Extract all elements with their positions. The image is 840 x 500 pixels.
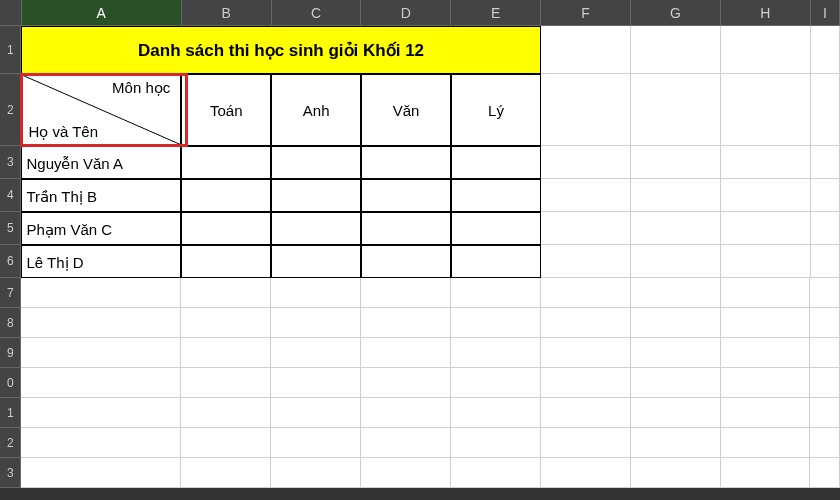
cell-B4[interactable]	[181, 179, 271, 212]
cell-C4[interactable]	[271, 179, 361, 212]
cell-F7[interactable]	[541, 278, 631, 308]
cell-H3[interactable]	[721, 146, 811, 179]
row-header-9[interactable]: 9	[0, 338, 21, 368]
cell-E4[interactable]	[451, 179, 541, 212]
row-header-13[interactable]: 3	[0, 458, 21, 488]
cell-D7[interactable]	[361, 278, 451, 308]
cell-A8[interactable]	[21, 308, 181, 338]
cell-G11[interactable]	[631, 398, 721, 428]
cell-B8[interactable]	[181, 308, 271, 338]
cell-F12[interactable]	[541, 428, 631, 458]
cell-C11[interactable]	[271, 398, 361, 428]
cell-H1[interactable]	[721, 26, 811, 74]
cell-F6[interactable]	[541, 245, 631, 278]
col-header-E[interactable]: E	[451, 0, 541, 26]
cell-H13[interactable]	[721, 458, 811, 488]
cell-I2[interactable]	[811, 74, 840, 146]
cell-E13[interactable]	[451, 458, 541, 488]
col-header-D[interactable]: D	[361, 0, 451, 26]
col-header-H[interactable]: H	[721, 0, 811, 26]
cell-B10[interactable]	[181, 368, 271, 398]
cell-D6[interactable]	[361, 245, 451, 278]
cell-H8[interactable]	[721, 308, 811, 338]
row-header-8[interactable]: 8	[0, 308, 21, 338]
cell-A10[interactable]	[21, 368, 181, 398]
cell-G3[interactable]	[631, 146, 721, 179]
cell-E12[interactable]	[451, 428, 541, 458]
cell-C8[interactable]	[271, 308, 361, 338]
cell-F1[interactable]	[541, 26, 631, 74]
student-name-4[interactable]: Lê Thị D	[21, 245, 181, 278]
cell-I13[interactable]	[810, 458, 839, 488]
cell-I10[interactable]	[810, 368, 839, 398]
cell-F2[interactable]	[541, 74, 631, 146]
cell-A11[interactable]	[21, 398, 181, 428]
cell-I4[interactable]	[811, 179, 840, 212]
cell-E10[interactable]	[451, 368, 541, 398]
cell-I5[interactable]	[811, 212, 840, 245]
cell-G1[interactable]	[631, 26, 721, 74]
cell-E5[interactable]	[451, 212, 541, 245]
diagonal-header-cell[interactable]: Môn học Họ và Tên	[21, 74, 181, 146]
cell-F3[interactable]	[541, 146, 631, 179]
cell-I11[interactable]	[810, 398, 839, 428]
cell-B7[interactable]	[181, 278, 271, 308]
subject-header-1[interactable]: Toán	[181, 74, 271, 146]
row-header-10[interactable]: 0	[0, 368, 21, 398]
cell-E8[interactable]	[451, 308, 541, 338]
cell-I7[interactable]	[810, 278, 839, 308]
cell-E9[interactable]	[451, 338, 541, 368]
subject-header-2[interactable]: Anh	[271, 74, 361, 146]
row-header-1[interactable]: 1	[0, 26, 21, 74]
cell-A7[interactable]	[21, 278, 181, 308]
cell-B5[interactable]	[181, 212, 271, 245]
cell-G9[interactable]	[631, 338, 721, 368]
row-header-2[interactable]: 2	[0, 74, 21, 146]
cell-F11[interactable]	[541, 398, 631, 428]
cell-D4[interactable]	[361, 179, 451, 212]
student-name-2[interactable]: Trần Thị B	[21, 179, 181, 212]
cell-A13[interactable]	[21, 458, 181, 488]
col-header-I[interactable]: I	[811, 0, 840, 26]
row-header-4[interactable]: 4	[0, 179, 21, 212]
col-header-G[interactable]: G	[631, 0, 721, 26]
cell-A12[interactable]	[21, 428, 181, 458]
cell-C9[interactable]	[271, 338, 361, 368]
cell-F9[interactable]	[541, 338, 631, 368]
row-header-5[interactable]: 5	[0, 212, 21, 245]
select-all-corner[interactable]	[0, 0, 22, 26]
cell-A9[interactable]	[21, 338, 181, 368]
cell-F10[interactable]	[541, 368, 631, 398]
cell-H5[interactable]	[721, 212, 811, 245]
cell-I8[interactable]	[810, 308, 839, 338]
cell-I9[interactable]	[810, 338, 839, 368]
row-header-6[interactable]: 6	[0, 245, 21, 278]
cell-H4[interactable]	[721, 179, 811, 212]
cell-G12[interactable]	[631, 428, 721, 458]
cell-H12[interactable]	[721, 428, 811, 458]
cell-D9[interactable]	[361, 338, 451, 368]
cell-E11[interactable]	[451, 398, 541, 428]
cell-D3[interactable]	[361, 146, 451, 179]
cell-H7[interactable]	[721, 278, 811, 308]
cell-C5[interactable]	[271, 212, 361, 245]
cell-H11[interactable]	[721, 398, 811, 428]
cell-I6[interactable]	[811, 245, 840, 278]
cell-D13[interactable]	[361, 458, 451, 488]
cell-E3[interactable]	[451, 146, 541, 179]
subject-header-3[interactable]: Văn	[361, 74, 451, 146]
cell-H6[interactable]	[721, 245, 811, 278]
col-header-F[interactable]: F	[541, 0, 631, 26]
cell-F4[interactable]	[541, 179, 631, 212]
row-header-3[interactable]: 3	[0, 146, 21, 179]
cell-C7[interactable]	[271, 278, 361, 308]
row-header-11[interactable]: 1	[0, 398, 21, 428]
cell-D10[interactable]	[361, 368, 451, 398]
cell-E6[interactable]	[451, 245, 541, 278]
row-header-12[interactable]: 2	[0, 428, 21, 458]
cell-I12[interactable]	[810, 428, 839, 458]
col-header-B[interactable]: B	[182, 0, 272, 26]
cell-G10[interactable]	[631, 368, 721, 398]
cell-F8[interactable]	[541, 308, 631, 338]
student-name-3[interactable]: Phạm Văn C	[21, 212, 181, 245]
